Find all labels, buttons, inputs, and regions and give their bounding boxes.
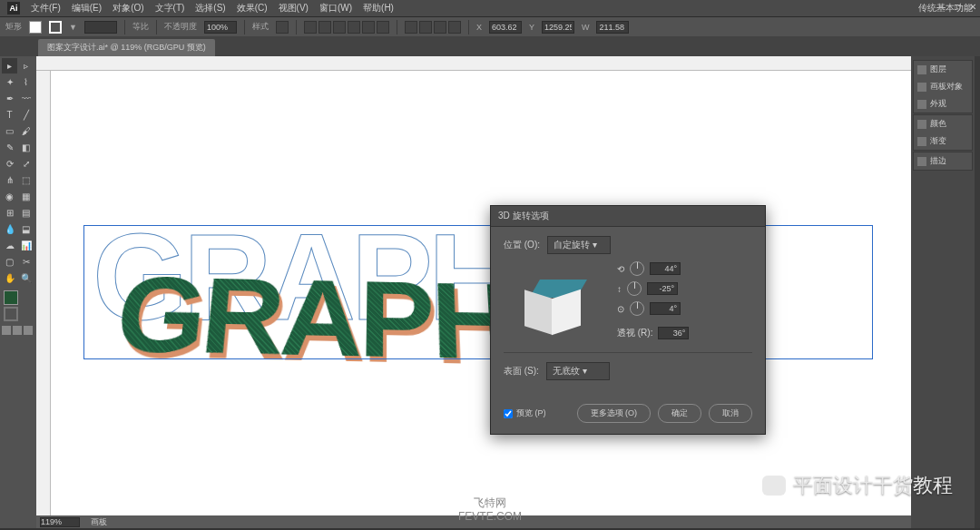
- brush-tool[interactable]: 🖌: [18, 123, 34, 139]
- panel-color[interactable]: 颜色: [914, 115, 972, 132]
- blend-tool[interactable]: ⬓: [18, 221, 34, 237]
- zoom-tool[interactable]: 🔍: [18, 270, 34, 286]
- eraser-tool[interactable]: ◧: [18, 140, 34, 155]
- mesh-tool[interactable]: ⊞: [2, 205, 17, 221]
- y-angle-input[interactable]: [647, 282, 678, 295]
- gradient-tool[interactable]: ▤: [18, 205, 34, 221]
- panel-gradient[interactable]: 渐变: [914, 132, 972, 150]
- x-input[interactable]: [489, 21, 522, 34]
- align-middle-icon[interactable]: [362, 21, 375, 34]
- menu-effect[interactable]: 效果(C): [237, 2, 268, 15]
- pathfinder-unite-icon[interactable]: [405, 21, 417, 34]
- selection-type-label: 矩形: [5, 21, 22, 33]
- horizontal-ruler[interactable]: [36, 56, 911, 71]
- menu-file[interactable]: 文件(F): [31, 2, 61, 15]
- align-right-icon[interactable]: [333, 21, 346, 34]
- zoom-input[interactable]: [40, 517, 80, 527]
- curvature-tool[interactable]: 〰: [18, 91, 34, 106]
- cube-icon[interactable]: [524, 281, 579, 331]
- artboard-tool[interactable]: ▢: [2, 254, 17, 270]
- menu-view[interactable]: 视图(V): [279, 2, 309, 15]
- shape-builder-tool[interactable]: ◉: [2, 189, 17, 204]
- menu-bar: Ai 文件(F) 编辑(E) 对象(O) 文字(T) 选择(S) 效果(C) 视…: [0, 0, 980, 16]
- fill-color-icon[interactable]: [4, 290, 18, 305]
- rotate-tool[interactable]: ⟳: [2, 156, 17, 172]
- ok-button[interactable]: 确定: [658, 404, 701, 423]
- surface-select[interactable]: 无底纹 ▾: [546, 362, 610, 380]
- panel-layers[interactable]: 图层: [914, 61, 972, 78]
- eyedropper-tool[interactable]: 💧: [2, 221, 17, 237]
- w-input[interactable]: [596, 21, 629, 34]
- cancel-button[interactable]: 取消: [709, 404, 752, 423]
- hand-tool[interactable]: ✋: [2, 270, 17, 286]
- pathfinder-intersect-icon[interactable]: [434, 21, 446, 34]
- style-dropdown-icon[interactable]: [276, 21, 289, 34]
- minimize-icon[interactable]: —: [936, 2, 946, 12]
- panel-appearance[interactable]: 外观: [914, 95, 972, 113]
- direct-selection-tool[interactable]: ▹: [18, 58, 34, 74]
- window-controls: — □ ✕: [936, 2, 976, 12]
- align-top-icon[interactable]: [348, 21, 360, 34]
- preview-checkbox[interactable]: 预览 (P): [504, 407, 546, 419]
- pen-tool[interactable]: ✒: [2, 91, 17, 106]
- gradient-mode-icon[interactable]: [13, 326, 22, 335]
- menu-object[interactable]: 对象(O): [113, 2, 143, 15]
- stroke-swatch[interactable]: [49, 21, 62, 34]
- magic-wand-tool[interactable]: ✦: [2, 74, 17, 90]
- more-options-button[interactable]: 更多选项 (O): [577, 404, 652, 423]
- align-left-icon[interactable]: [304, 21, 317, 34]
- width-tool[interactable]: ⋔: [2, 172, 17, 188]
- fill-swatch[interactable]: [29, 21, 42, 34]
- vertical-ruler[interactable]: [36, 71, 51, 515]
- slice-tool[interactable]: ✂: [18, 254, 34, 270]
- y-label: Y: [529, 23, 534, 32]
- stroke-dropdown[interactable]: ▼: [69, 23, 77, 32]
- close-icon[interactable]: ✕: [969, 2, 976, 12]
- none-mode-icon[interactable]: [24, 326, 33, 335]
- selection-tool[interactable]: ▸: [2, 58, 17, 74]
- maximize-icon[interactable]: □: [955, 2, 960, 12]
- menu-help[interactable]: 帮助(H): [363, 2, 394, 15]
- align-bottom-icon[interactable]: [377, 21, 389, 34]
- y-angle-dial[interactable]: [627, 281, 642, 296]
- pathfinder-minus-icon[interactable]: [419, 21, 432, 34]
- lasso-tool[interactable]: ⌇: [18, 74, 34, 90]
- free-transform-tool[interactable]: ⬚: [18, 172, 34, 188]
- artboard-nav-label[interactable]: 画板: [91, 516, 107, 528]
- cube-preview[interactable]: [504, 261, 599, 343]
- stroke-width-input[interactable]: [84, 21, 117, 34]
- menu-type[interactable]: 文字(T): [155, 2, 185, 15]
- document-tab[interactable]: 图案文字设计.ai* @ 119% (RGB/GPU 预览): [38, 39, 215, 56]
- z-angle-dial[interactable]: [630, 301, 644, 316]
- menu-window[interactable]: 窗口(W): [319, 2, 352, 15]
- panel-edge[interactable]: [975, 56, 980, 528]
- artboard[interactable]: GRAPHIC GRAPHIC GRAPHIC GRAPHIC: [51, 71, 911, 515]
- opacity-input[interactable]: [204, 21, 237, 34]
- align-center-icon[interactable]: [318, 21, 331, 34]
- menu-edit[interactable]: 编辑(E): [72, 2, 102, 15]
- symbol-tool[interactable]: ☁: [2, 238, 17, 253]
- pathfinder-exclude-icon[interactable]: [448, 21, 461, 34]
- stroke-color-icon[interactable]: [4, 307, 18, 321]
- menu-select[interactable]: 选择(S): [195, 2, 225, 15]
- dialog-title[interactable]: 3D 旋转选项: [491, 206, 765, 227]
- y-input[interactable]: [542, 21, 574, 34]
- graph-tool[interactable]: 📊: [18, 238, 34, 253]
- shaper-tool[interactable]: ✎: [2, 140, 17, 155]
- uniform-label[interactable]: 等比: [132, 21, 149, 33]
- color-mode-icon[interactable]: [2, 326, 11, 335]
- rectangle-tool[interactable]: ▭: [2, 123, 17, 139]
- fill-stroke-control[interactable]: [2, 287, 34, 325]
- panel-artboard-objects[interactable]: 画板对象: [914, 78, 972, 95]
- x-angle-dial[interactable]: [630, 261, 644, 276]
- scale-tool[interactable]: ⤢: [18, 156, 34, 172]
- type-tool[interactable]: T: [2, 107, 17, 123]
- perspective-input[interactable]: [658, 327, 689, 339]
- z-angle-input[interactable]: [650, 302, 681, 315]
- line-tool[interactable]: ╱: [18, 107, 34, 123]
- x-angle-input[interactable]: [650, 262, 681, 275]
- perspective-tool[interactable]: ▦: [18, 189, 34, 204]
- position-select[interactable]: 自定旋转 ▾: [547, 236, 611, 254]
- preview-checkbox-input[interactable]: [504, 409, 513, 418]
- panel-stroke[interactable]: 描边: [914, 152, 972, 170]
